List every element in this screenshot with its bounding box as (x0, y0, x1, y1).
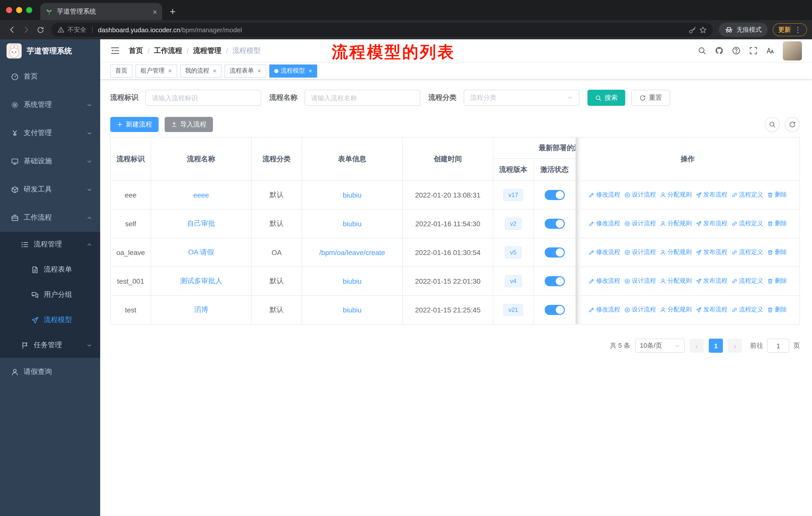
op-design-link[interactable]: 设计流程 (624, 306, 656, 314)
prev-page-button[interactable]: ‹ (690, 338, 704, 353)
next-page-button[interactable]: › (728, 338, 742, 353)
browser-menu-update-button[interactable]: 更新 ⋮ (773, 23, 807, 36)
create-process-button[interactable]: 新建流程 (110, 117, 158, 132)
op-definition-link[interactable]: 流程定义 (731, 191, 763, 199)
font-size-icon[interactable] (766, 46, 775, 55)
sidebar-item-task-management[interactable]: 任务管理 (0, 332, 100, 358)
op-definition-link[interactable]: 流程定义 (731, 248, 763, 257)
op-delete-link[interactable]: 删除 (767, 306, 787, 314)
sidebar-item-home[interactable]: 首页 (0, 62, 100, 91)
search-button[interactable]: 搜索 (587, 90, 625, 106)
op-publish-link[interactable]: 发布流程 (696, 248, 727, 257)
password-key-icon[interactable] (689, 26, 696, 33)
op-delete-link[interactable]: 删除 (767, 191, 787, 199)
op-edit-link[interactable]: 修改流程 (588, 306, 620, 314)
op-definition-link[interactable]: 流程定义 (731, 306, 763, 314)
tag-流程模型[interactable]: 流程模型× (269, 64, 317, 77)
breadcrumb-item[interactable]: 首页 (129, 46, 143, 55)
op-design-link[interactable]: 设计流程 (624, 219, 656, 228)
sidebar-item-workflow[interactable]: 工作流程 (0, 203, 100, 232)
forward-button[interactable] (19, 23, 33, 37)
sidebar-collapse-icon[interactable] (110, 46, 120, 55)
op-publish-link[interactable]: 发布流程 (696, 277, 727, 286)
toggle-search-button[interactable] (765, 117, 780, 132)
active-toggle[interactable] (545, 276, 564, 286)
tag-我的流程[interactable]: 我的流程× (180, 64, 222, 77)
back-button[interactable] (5, 23, 19, 37)
form-info-link[interactable]: biubiu (343, 191, 362, 199)
op-design-link[interactable]: 设计流程 (624, 191, 656, 199)
op-delete-link[interactable]: 删除 (767, 277, 787, 286)
tag-租户管理[interactable]: 租户管理× (136, 64, 177, 77)
window-close-button[interactable] (6, 7, 12, 13)
refresh-table-button[interactable] (785, 117, 800, 132)
breadcrumb-item[interactable]: 流程管理 (193, 46, 222, 55)
browser-tab[interactable]: 芋道管理系统 × (40, 3, 162, 20)
op-delete-link[interactable]: 删除 (767, 219, 787, 228)
question-icon[interactable] (732, 46, 741, 55)
breadcrumb-item[interactable]: 工作流程 (154, 46, 182, 55)
sidebar-item-payment[interactable]: 支付管理 (0, 119, 100, 147)
op-delete-link[interactable]: 删除 (767, 248, 787, 257)
sidebar-item-system[interactable]: 系统管理 (0, 91, 100, 119)
window-minimize-button[interactable] (16, 7, 22, 13)
op-definition-link[interactable]: 流程定义 (731, 219, 763, 228)
github-icon[interactable] (715, 46, 723, 55)
tag-close-icon[interactable]: × (257, 67, 261, 74)
model-name-link[interactable]: 滔博 (194, 305, 208, 314)
sidebar-item-devtools[interactable]: 研发工具 (0, 175, 100, 203)
import-process-button[interactable]: 导入流程 (165, 117, 213, 132)
page-1-button[interactable]: 1 (709, 338, 723, 353)
reset-button[interactable]: 重置 (631, 90, 670, 106)
form-info-link[interactable]: biubiu (343, 277, 362, 285)
active-toggle[interactable] (545, 219, 564, 229)
sidebar-item-user-group[interactable]: 用户分组 (0, 282, 100, 307)
op-assign-link[interactable]: 分配规则 (660, 306, 692, 314)
op-publish-link[interactable]: 发布流程 (696, 306, 727, 314)
op-assign-link[interactable]: 分配规则 (660, 248, 692, 257)
address-bar[interactable]: 不安全 dashboard.yudao.iocoder.cn/bpm/manag… (51, 23, 713, 37)
form-info-link[interactable]: /bpm/oa/leave/create (319, 248, 385, 256)
page-size-select[interactable]: 10条/页 (635, 338, 685, 353)
sidebar-item-process-model[interactable]: 流程模型 (0, 307, 100, 332)
tag-流程表单[interactable]: 流程表单× (225, 64, 266, 77)
op-definition-link[interactable]: 流程定义 (731, 277, 763, 286)
op-publish-link[interactable]: 发布流程 (696, 191, 727, 199)
window-zoom-button[interactable] (26, 7, 32, 13)
op-design-link[interactable]: 设计流程 (624, 277, 656, 286)
tag-close-icon[interactable]: × (309, 67, 312, 74)
active-toggle[interactable] (545, 305, 564, 315)
active-toggle[interactable] (545, 247, 564, 257)
form-info-link[interactable]: biubiu (343, 220, 362, 228)
op-assign-link[interactable]: 分配规则 (660, 191, 692, 199)
op-assign-link[interactable]: 分配规则 (660, 219, 692, 228)
op-edit-link[interactable]: 修改流程 (588, 248, 620, 257)
process-category-select[interactable]: 流程分类 (464, 90, 579, 106)
sidebar-item-process-form[interactable]: 流程表单 (0, 257, 100, 282)
reload-button[interactable] (33, 23, 47, 37)
tag-首页[interactable]: 首页 (110, 64, 133, 77)
active-toggle[interactable] (545, 190, 564, 200)
model-name-link[interactable]: eeee (193, 191, 209, 199)
user-avatar[interactable] (783, 41, 802, 60)
op-edit-link[interactable]: 修改流程 (588, 219, 620, 228)
sidebar-item-leave-query[interactable]: 请假查询 (0, 358, 100, 386)
op-edit-link[interactable]: 修改流程 (588, 277, 620, 286)
model-name-link[interactable]: OA 请假 (188, 248, 214, 256)
process-name-input[interactable] (311, 94, 414, 102)
process-key-input[interactable] (152, 94, 255, 102)
new-tab-button[interactable]: + (165, 4, 180, 19)
tab-close-icon[interactable]: × (152, 8, 157, 16)
op-assign-link[interactable]: 分配规则 (660, 277, 692, 286)
tag-close-icon[interactable]: × (213, 67, 216, 74)
model-name-link[interactable]: 测试多审批人 (180, 277, 222, 285)
goto-page-input[interactable] (767, 338, 789, 353)
form-info-link[interactable]: biubiu (343, 306, 362, 314)
model-name-link[interactable]: 自己审批 (187, 219, 215, 227)
tag-close-icon[interactable]: × (168, 67, 172, 74)
magnifier-icon[interactable] (698, 46, 706, 55)
sidebar-item-process-management[interactable]: 流程管理 (0, 232, 100, 257)
op-publish-link[interactable]: 发布流程 (696, 219, 727, 228)
fullscreen-icon[interactable] (749, 46, 758, 55)
op-design-link[interactable]: 设计流程 (624, 248, 656, 257)
